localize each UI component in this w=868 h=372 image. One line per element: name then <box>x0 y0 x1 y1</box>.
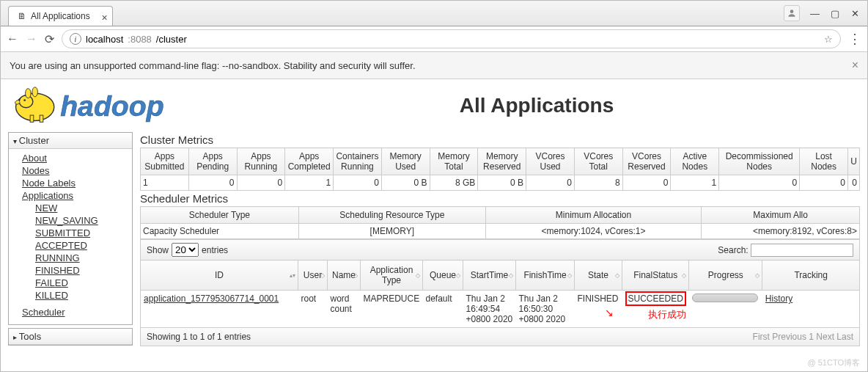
sidebar-link-new-saving[interactable]: NEW_SAVING <box>35 214 129 227</box>
annotation-text: 执行成功 <box>648 309 686 320</box>
browser-tab[interactable]: 🗎 All Applications × <box>8 6 113 26</box>
search-label: Search: <box>718 245 748 255</box>
scheduler-metrics-table: Scheduler TypeScheduling Resource TypeMi… <box>140 206 860 239</box>
applications-table: ID▴▾ User◇ Name◇ Application Type◇ Queue… <box>140 260 860 328</box>
cell-start: Thu Jan 2 16:49:54 +0800 2020 <box>463 291 516 328</box>
sidebar-link-applications[interactable]: Applications <box>22 189 129 202</box>
reload-icon[interactable]: ⟳ <box>45 32 54 46</box>
cell-finalstatus: SUCCEEDED <box>625 291 686 306</box>
cell-state: FINISHED <box>575 291 622 328</box>
col-id[interactable]: ID▴▾ <box>141 260 298 291</box>
col-type[interactable]: Application Type◇ <box>361 260 423 291</box>
sidebar-link-finished[interactable]: FINISHED <box>35 264 129 277</box>
tab-close-icon[interactable]: × <box>102 12 108 23</box>
maximize-icon[interactable]: ▢ <box>831 8 841 18</box>
warning-close-icon[interactable]: × <box>852 59 858 72</box>
svg-rect-7 <box>40 115 43 122</box>
site-info-icon[interactable]: i <box>70 33 81 45</box>
col-tracking[interactable]: Tracking <box>762 260 860 291</box>
sidebar-link-submitted[interactable]: SUBMITTED <box>35 227 129 239</box>
hadoop-logo: hadoop <box>11 84 216 128</box>
cluster-metrics-title: Cluster Metrics <box>140 134 860 146</box>
svg-point-3 <box>23 99 26 101</box>
svg-point-4 <box>26 89 31 98</box>
watermark: @ 51CTO博客 <box>808 357 860 368</box>
svg-point-5 <box>32 87 37 97</box>
url-path: /cluster <box>156 34 187 45</box>
cell-type: MAPREDUCE <box>361 291 423 328</box>
progress-bar <box>692 293 758 302</box>
url-port: :8088 <box>128 34 152 45</box>
url-host: localhost <box>86 34 123 45</box>
show-label: Show <box>147 245 169 255</box>
cluster-metrics-table: Apps SubmittedApps PendingApps RunningAp… <box>140 147 860 191</box>
annotation-arrow-icon: ↘ <box>605 307 614 318</box>
back-icon[interactable]: ← <box>7 32 18 45</box>
sidebar-link-about[interactable]: About <box>22 152 129 164</box>
warning-text: You are using an unsupported command-lin… <box>10 60 416 71</box>
forward-icon: → <box>26 32 37 45</box>
table-pager[interactable]: First Previous 1 Next Last <box>753 332 853 342</box>
minimize-icon[interactable]: — <box>810 8 820 18</box>
sidebar-link-nodes[interactable]: Nodes <box>22 164 129 177</box>
sidebar-link-failed[interactable]: FAILED <box>35 277 129 289</box>
col-finish[interactable]: FinishTime◇ <box>516 260 575 291</box>
scheduler-metrics-title: Scheduler Metrics <box>140 192 860 205</box>
col-progress[interactable]: Progress◇ <box>689 260 762 291</box>
entries-label: entries <box>202 245 228 255</box>
col-final[interactable]: FinalStatus◇ <box>622 260 689 291</box>
sidebar-link-accepted[interactable]: ACCEPTED <box>35 239 129 252</box>
close-icon[interactable]: ✕ <box>851 8 861 18</box>
table-info: Showing 1 to 1 of 1 entries <box>147 332 251 342</box>
profile-avatar[interactable] <box>784 5 800 21</box>
sidebar-link-running[interactable]: RUNNING <box>35 252 129 264</box>
svg-rect-6 <box>30 115 34 122</box>
cell-queue: default <box>423 291 463 328</box>
cell-finish: Thu Jan 2 16:50:30 +0800 2020 <box>516 291 575 328</box>
svg-point-2 <box>19 95 33 108</box>
svg-point-0 <box>790 10 794 13</box>
menu-icon[interactable]: ⋮ <box>848 31 861 47</box>
bookmark-icon[interactable]: ☆ <box>824 34 833 45</box>
col-name[interactable]: Name◇ <box>328 260 361 291</box>
page-size-select[interactable]: 20 <box>172 243 199 257</box>
tab-title: All Applications <box>31 11 90 21</box>
sidebar-link-new[interactable]: NEW <box>35 202 129 214</box>
table-row: application_1577953067714_0001 root word… <box>141 291 860 328</box>
sidebar-link-killed[interactable]: KILLED <box>35 289 129 302</box>
url-input[interactable]: i localhost:8088/cluster ☆ <box>62 29 841 48</box>
warning-bar: You are using an unsupported command-lin… <box>1 52 867 79</box>
tracking-link[interactable]: History <box>765 293 792 304</box>
search-input[interactable] <box>751 244 853 257</box>
col-queue[interactable]: Queue◇ <box>423 260 463 291</box>
col-user[interactable]: User◇ <box>298 260 328 291</box>
col-state[interactable]: State◇ <box>575 260 622 291</box>
page-icon: 🗎 <box>18 11 26 21</box>
app-id-link[interactable]: application_1577953067714_0001 <box>144 293 279 304</box>
cell-user: root <box>298 291 328 328</box>
cell-name: word count <box>328 291 361 328</box>
sidebar-link-scheduler[interactable]: Scheduler <box>22 306 129 318</box>
col-start[interactable]: StartTime◇ <box>463 260 516 291</box>
sidebar-tools-header[interactable]: Tools <box>9 329 132 345</box>
sidebar-link-node-labels[interactable]: Node Labels <box>22 177 129 189</box>
sidebar-cluster-header[interactable]: Cluster <box>9 133 132 149</box>
svg-text:hadoop: hadoop <box>60 90 163 122</box>
page-title: All Applications <box>216 94 857 117</box>
